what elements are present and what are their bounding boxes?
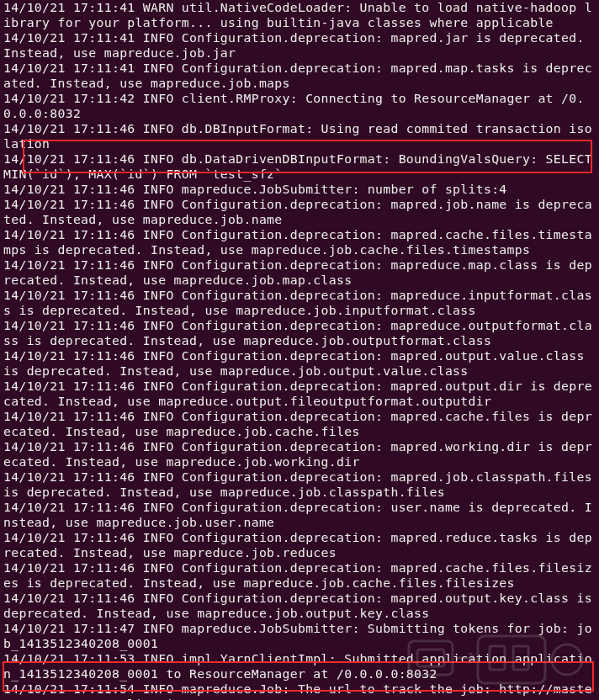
log-line: 14/10/21 17:11:46 INFO Configuration.dep… bbox=[3, 560, 592, 590]
log-line: 14/10/21 17:11:41 INFO Configuration.dep… bbox=[3, 61, 592, 90]
log-line: 14/10/21 17:11:42 INFO client.RMProxy: C… bbox=[3, 91, 585, 120]
log-line: 14/10/21 17:11:47 INFO mapreduce.JobSubm… bbox=[3, 621, 592, 650]
log-line: 14/10/21 17:11:46 INFO Configuration.dep… bbox=[3, 530, 592, 559]
log-line: 14/10/21 17:11:46 INFO Configuration.dep… bbox=[3, 227, 592, 257]
log-line: 14/10/21 17:11:46 INFO mapreduce.JobSubm… bbox=[3, 182, 507, 196]
log-line: 14/10/21 17:11:54 INFO mapreduce.Job: Th… bbox=[3, 681, 592, 700]
log-line: 14/10/21 17:11:41 WARN util.NativeCodeLo… bbox=[3, 0, 592, 29]
log-line: 14/10/21 17:11:46 INFO Configuration.dep… bbox=[3, 500, 592, 529]
log-line: 14/10/21 17:11:53 INFO impl.YarnClientIm… bbox=[3, 651, 592, 681]
log-line: 14/10/21 17:11:46 INFO Configuration.dep… bbox=[3, 257, 592, 287]
log-line: 14/10/21 17:11:46 INFO Configuration.dep… bbox=[3, 469, 599, 499]
log-line: 14/10/21 17:11:46 INFO Configuration.dep… bbox=[3, 197, 592, 226]
log-line: 14/10/21 17:11:46 INFO db.DataDrivenDBIn… bbox=[3, 151, 599, 181]
log-line: 14/10/21 17:11:46 INFO Configuration.dep… bbox=[3, 348, 592, 378]
log-line: 14/10/21 17:11:46 INFO Configuration.dep… bbox=[3, 318, 592, 347]
log-line: 14/10/21 17:11:46 INFO Configuration.dep… bbox=[3, 379, 592, 408]
terminal-output[interactable]: 14/10/21 17:11:41 WARN util.NativeCodeLo… bbox=[0, 0, 599, 700]
log-line: 14/10/21 17:11:41 INFO Configuration.dep… bbox=[3, 30, 592, 60]
log-line: 14/10/21 17:11:46 INFO Configuration.dep… bbox=[3, 591, 599, 620]
log-line: 14/10/21 17:11:46 INFO Configuration.dep… bbox=[3, 439, 592, 469]
log-line: 14/10/21 17:11:46 INFO Configuration.dep… bbox=[3, 409, 592, 438]
log-line: 14/10/21 17:11:46 INFO Configuration.dep… bbox=[3, 288, 592, 317]
log-line: 14/10/21 17:11:46 INFO db.DBInputFormat:… bbox=[3, 121, 592, 151]
